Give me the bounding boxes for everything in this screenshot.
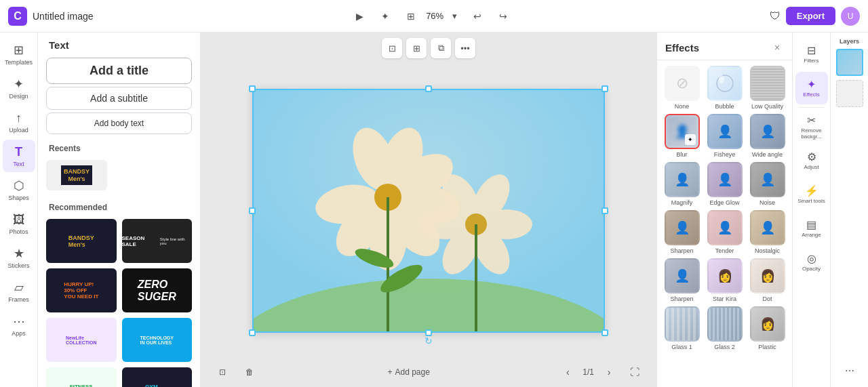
effect-label-wideangle: Wide angle — [752, 151, 783, 158]
sidebar-item-shapes[interactable]: ⬡ Shapes — [3, 174, 35, 206]
effect-bubble[interactable]: Bubble — [705, 66, 744, 110]
canvas-wrapper: Page 1 — [201, 64, 656, 357]
sidebar-item-apps[interactable]: ⋯ Apps — [3, 309, 35, 342]
right-tool-adjust[interactable]: ⚙ Adjust — [795, 144, 828, 177]
handle-ml[interactable] — [249, 207, 256, 214]
sidebar-item-design[interactable]: ✦ Design — [3, 72, 35, 104]
effect-label-sharpen1: Sharpen — [670, 247, 693, 254]
next-page-button[interactable]: › — [598, 361, 620, 383]
copy-tool[interactable]: ⧉ — [431, 38, 451, 58]
add-title-button[interactable]: Add a title — [46, 58, 192, 84]
filters-icon: ⊟ — [807, 44, 816, 57]
rec-item-2[interactable]: SEASON SALEStyle line with you — [122, 219, 193, 263]
rotate-handle[interactable]: ↻ — [425, 335, 433, 346]
handle-mr[interactable] — [601, 207, 608, 214]
fullscreen-button[interactable]: ⛶ — [624, 361, 646, 383]
layer-thumb-1[interactable] — [836, 49, 863, 76]
delete-page-button[interactable]: 🗑 — [239, 361, 260, 383]
undo-button[interactable]: ↩ — [467, 5, 488, 27]
effect-wideangle[interactable]: 👤 Wide angle — [748, 114, 787, 158]
add-subtitle-button[interactable]: Add a subtitle — [46, 87, 192, 110]
redo-button[interactable]: ↪ — [492, 5, 514, 27]
effect-label-fisheye: Fisheye — [714, 151, 736, 158]
effect-glass2[interactable]: Glass 2 — [705, 306, 744, 350]
export-button[interactable]: Export — [786, 7, 835, 25]
right-tool-remove-bg[interactable]: ✂ Remove backgr... — [795, 110, 828, 143]
add-page-icon: + — [387, 367, 392, 377]
handle-br[interactable] — [601, 329, 608, 336]
handle-tc[interactable] — [425, 85, 432, 92]
effect-label-tender: Tender — [715, 247, 734, 254]
sidebar-item-text[interactable]: T Text — [3, 140, 35, 172]
sidebar-item-photos[interactable]: 🖼 Photos — [3, 207, 35, 240]
sidebar-item-stickers[interactable]: ★ Stickers — [3, 241, 35, 274]
add-body-button[interactable]: Add body text — [46, 113, 192, 134]
effect-glass1[interactable]: Glass 1 — [663, 306, 701, 350]
effect-fisheye[interactable]: 👤 Fisheye — [705, 114, 744, 158]
rec-item-3[interactable]: HURRY UP!30% OFFYOU NEED IT — [46, 268, 117, 312]
effect-label-lowquality: Low Quality — [751, 103, 783, 110]
rec-item-4[interactable]: ZEROSUGER — [122, 268, 193, 312]
effect-label-plastic: Plastic — [758, 344, 776, 350]
effect-sharpen1[interactable]: 👤 Sharpen — [663, 210, 701, 254]
rec-item-8[interactable]: GYMFITNESS — [122, 367, 193, 387]
effect-thumb-edgeglow: 👤 — [707, 162, 743, 197]
zoom-dropdown[interactable]: ▾ — [446, 8, 462, 24]
right-tool-smart[interactable]: ⚡ Smart tools — [795, 178, 828, 211]
layers-panel: Layers ⋯ — [830, 33, 868, 387]
effect-none[interactable]: ⊘ None — [663, 66, 701, 110]
effect-plastic[interactable]: 👩 Plastic — [748, 306, 787, 350]
effect-label-dot: Dot — [762, 296, 772, 302]
svg-point-16 — [420, 209, 471, 239]
rec-item-6[interactable]: TECHNOLOGYIN OUR LIVES — [122, 318, 193, 362]
magic-button[interactable]: ✦ — [374, 5, 396, 27]
effect-dot[interactable]: 👩 Dot — [748, 258, 787, 302]
effect-magnify[interactable]: 👤 Magnify — [663, 162, 701, 206]
svg-point-23 — [719, 75, 724, 83]
effect-thumb-nostalgic: 👤 — [750, 210, 785, 245]
effect-tender[interactable]: 👤 Tender — [705, 210, 744, 254]
layers-more-button[interactable]: ⋯ — [839, 360, 861, 382]
rec-item-7[interactable]: FITNESSGYM — [46, 367, 117, 387]
effect-blur[interactable]: 👤 ✦ Blur — [663, 114, 701, 158]
effects-panel: Effects × ⊘ None Bubble — [656, 33, 792, 387]
effects-close-button[interactable]: × — [770, 41, 784, 54]
resize-button[interactable]: ⊞ — [400, 5, 422, 27]
play-button[interactable]: ▶ — [349, 5, 370, 27]
effect-edgeglow[interactable]: 👤 Edge Glow — [705, 162, 744, 206]
rec-item-1[interactable]: BANDSYMen's — [46, 219, 117, 263]
sidebar-label-apps: Apps — [12, 330, 26, 337]
adjust-icon: ⚙ — [807, 150, 816, 163]
doc-title: Untitled image — [33, 11, 94, 22]
effect-sharpen2[interactable]: 👤 Sharpen — [663, 258, 701, 302]
rec-item-5[interactable]: NewLifeCOLLECTION — [46, 318, 117, 362]
copy-page-button[interactable]: ⊡ — [212, 361, 233, 383]
effect-thumb-none: ⊘ — [665, 66, 700, 101]
recent-item-1[interactable]: BANDSYMen's — [46, 160, 107, 190]
prev-page-button[interactable]: ‹ — [557, 361, 578, 383]
handle-tl[interactable] — [249, 85, 256, 92]
shield-icon: 🛡 — [770, 10, 781, 22]
crop-tool[interactable]: ⊡ — [382, 38, 402, 58]
effect-nostalgic[interactable]: 👤 Nostalgic — [748, 210, 787, 254]
layer-thumb-2[interactable] — [836, 80, 863, 107]
right-tool-filters[interactable]: ⊟ Filters — [795, 38, 828, 70]
sidebar-item-upload[interactable]: ↑ Upload — [3, 106, 35, 138]
add-page-button[interactable]: + Add page — [387, 367, 429, 377]
right-tool-opacity[interactable]: ◎ Opacity — [795, 246, 828, 279]
zoom-level: 76% — [426, 11, 443, 21]
effect-noise[interactable]: 👤 Noise — [748, 162, 787, 206]
canvas-bottom: ⊡ 🗑 + Add page ‹ 1/1 › ⛶ — [201, 357, 656, 387]
more-tool[interactable]: ••• — [455, 38, 475, 58]
topbar-left: C Untitled image — [8, 7, 94, 26]
right-tool-effects[interactable]: ✦ Effects — [795, 72, 828, 104]
smart-crop-tool[interactable]: ⊞ — [406, 38, 427, 58]
zoom-control: 76% ▾ — [426, 8, 462, 24]
effect-lowquality[interactable]: Low Quality — [748, 66, 787, 110]
effect-starkira[interactable]: 👩 Star Kira — [705, 258, 744, 302]
right-tool-arrange[interactable]: ▤ Arrange — [795, 212, 828, 245]
sidebar-item-frames[interactable]: ▱ Frames — [3, 275, 35, 308]
handle-tr[interactable] — [601, 85, 608, 92]
sidebar-item-templates[interactable]: ⊞ Templates — [3, 38, 35, 70]
handle-bl[interactable] — [249, 329, 256, 336]
